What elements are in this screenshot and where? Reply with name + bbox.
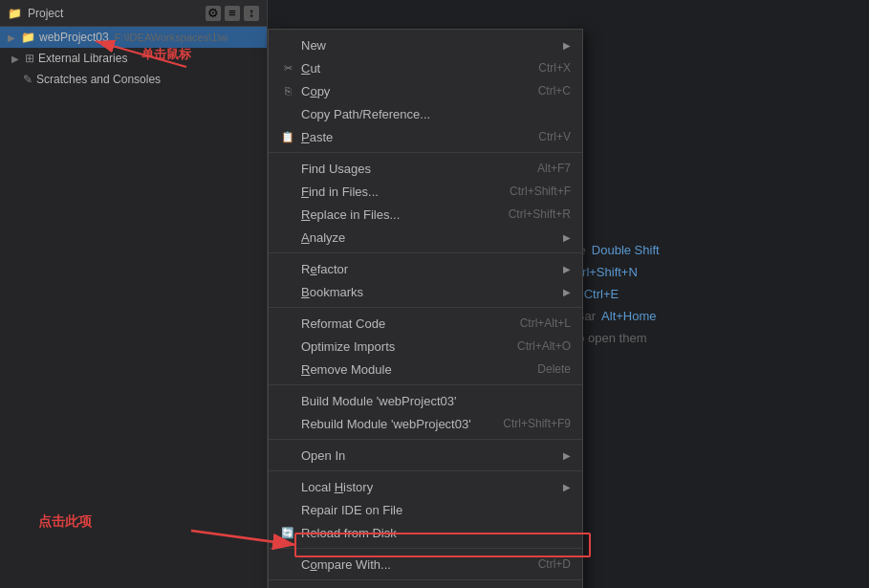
- project-item-path: F:\IDEAWorkspaces\1\w: [115, 32, 228, 43]
- panel-actions: ⚙ ≡ ↕: [206, 6, 259, 21]
- menu-item-rebuild-module[interactable]: Rebuild Module 'webProject03'Ctrl+Shift+…: [269, 412, 582, 435]
- menu-label-compare-with: Compare With...: [301, 557, 391, 572]
- menu-arrow-local-history: ▶: [563, 482, 571, 492]
- menu-icon-cut: ✂: [280, 60, 295, 76]
- menu-item-find-in-files[interactable]: Find in Files...Ctrl+Shift+F: [269, 180, 582, 203]
- menu-label-open-in: Open In: [301, 448, 345, 463]
- menu-item-remove-module[interactable]: Remove ModuleDelete: [269, 358, 582, 381]
- context-menu: New▶✂CutCtrl+X⎘CopyCtrl+CCopy Path/Refer…: [268, 29, 583, 588]
- menu-icon-copy-path: [280, 106, 295, 121]
- menu-separator-after-paste: [269, 152, 582, 153]
- menu-shortcut-find-in-files: Ctrl+Shift+F: [510, 185, 571, 198]
- menu-icon-reload-from-disk: 🔄: [280, 525, 295, 540]
- menu-shortcut-replace-in-files: Ctrl+Shift+R: [509, 207, 571, 221]
- menu-label-reformat-code: Reformat Code: [301, 316, 385, 331]
- menu-separator-after-rebuild-module: [269, 439, 582, 440]
- menu-item-copy[interactable]: ⎘CopyCtrl+C: [269, 79, 582, 102]
- menu-icon-reformat-code: [280, 316, 295, 331]
- menu-icon-open-in: [280, 447, 295, 463]
- menu-arrow-new: ▶: [563, 40, 571, 51]
- menu-label-copy: Copy: [301, 84, 330, 98]
- project-tree-item-webproject[interactable]: ▶ 📁 webProject03 F:\IDEAWorkspaces\1\w: [0, 27, 267, 48]
- menu-separator-after-remove-module: [269, 384, 582, 385]
- menu-separator-after-analyze: [269, 252, 582, 253]
- menu-item-local-history[interactable]: Local History▶: [269, 475, 582, 498]
- menu-item-reformat-code[interactable]: Reformat CodeCtrl+Alt+L: [269, 312, 582, 335]
- shortcut-key-4: Alt+Home: [601, 309, 656, 323]
- panel-title: Project: [28, 7, 200, 20]
- menu-icon-compare-with: [280, 556, 295, 572]
- menu-item-paste[interactable]: 📋PasteCtrl+V: [269, 125, 582, 148]
- folder-icon: 📁: [21, 31, 35, 44]
- menu-arrow-open-in: ▶: [563, 450, 571, 461]
- menu-separator-after-compare-with: [269, 579, 582, 580]
- menu-separator-after-reload-from-disk: [269, 548, 582, 549]
- menu-item-analyze[interactable]: Analyze▶: [269, 226, 582, 249]
- menu-icon-optimize-imports: [280, 338, 295, 354]
- panel-collapse-btn[interactable]: ≡: [225, 6, 240, 21]
- project-panel: 📁 Project ⚙ ≡ ↕ ▶ 📁 webProject03 F:\IDEA…: [0, 0, 268, 588]
- menu-arrow-refactor: ▶: [563, 264, 571, 274]
- menu-separator-after-open-in: [269, 470, 582, 471]
- shortcut-key-3: Ctrl+E: [584, 287, 619, 301]
- external-libraries-icon: ⊞: [25, 52, 34, 65]
- menu-icon-refactor: [280, 261, 295, 276]
- menu-icon-rebuild-module: [280, 416, 295, 431]
- menu-icon-new: [280, 37, 295, 53]
- menu-item-copy-path[interactable]: Copy Path/Reference...: [269, 102, 582, 125]
- menu-item-find-usages[interactable]: Find UsagesAlt+F7: [269, 157, 582, 180]
- menu-label-bookmarks: Bookmarks: [301, 285, 363, 299]
- menu-item-replace-in-files[interactable]: Replace in Files...Ctrl+Shift+R: [269, 203, 582, 226]
- menu-item-open-in[interactable]: Open In▶: [269, 444, 582, 467]
- scratches-icon: ✎: [23, 73, 33, 86]
- menu-item-cut[interactable]: ✂CutCtrl+X: [269, 56, 582, 79]
- menu-icon-find-in-files: [280, 184, 295, 199]
- menu-item-bookmarks[interactable]: Bookmarks▶: [269, 280, 582, 303]
- menu-item-reload-from-disk[interactable]: 🔄Reload from Disk: [269, 521, 582, 544]
- menu-label-build-module: Build Module 'webProject03': [301, 394, 457, 408]
- menu-item-compare-with[interactable]: Compare With...Ctrl+D: [269, 553, 582, 576]
- menu-icon-remove-module: [280, 361, 295, 377]
- menu-icon-replace-in-files: [280, 207, 295, 222]
- panel-expand-btn[interactable]: ↕: [244, 6, 259, 21]
- scratches-label: Scratches and Consoles: [36, 73, 161, 86]
- panel-settings-btn[interactable]: ⚙: [206, 6, 221, 21]
- menu-label-rebuild-module: Rebuild Module 'webProject03': [301, 417, 471, 431]
- menu-item-new[interactable]: New▶: [269, 33, 582, 56]
- menu-icon-repair-ide: [280, 502, 295, 517]
- menu-shortcut-copy: Ctrl+C: [538, 84, 571, 98]
- menu-label-reload-from-disk: Reload from Disk: [301, 526, 397, 540]
- shortcut-key-1: Double Shift: [592, 243, 660, 257]
- menu-item-repair-ide[interactable]: Repair IDE on File: [269, 498, 582, 521]
- menu-shortcut-reformat-code: Ctrl+Alt+L: [520, 316, 571, 330]
- menu-icon-paste: 📋: [280, 129, 295, 144]
- menu-item-optimize-imports[interactable]: Optimize ImportsCtrl+Alt+O: [269, 335, 582, 358]
- menu-shortcut-paste: Ctrl+V: [538, 130, 571, 143]
- menu-label-repair-ide: Repair IDE on File: [301, 503, 402, 517]
- menu-shortcut-compare-with: Ctrl+D: [538, 557, 571, 571]
- menu-icon-bookmarks: [280, 284, 295, 299]
- chevron-icon: ▶: [8, 33, 17, 43]
- project-tree-item-scratches[interactable]: ✎ Scratches and Consoles: [0, 69, 267, 90]
- menu-item-open-module-settings[interactable]: Open Module SettingsF4: [269, 584, 582, 588]
- menu-label-find-usages: Find Usages: [301, 162, 371, 176]
- menu-shortcut-optimize-imports: Ctrl+Alt+O: [517, 339, 571, 353]
- menu-icon-copy: ⎘: [280, 83, 295, 98]
- menu-shortcut-find-usages: Alt+F7: [537, 162, 571, 175]
- menu-icon-local-history: [280, 479, 295, 494]
- menu-label-copy-path: Copy Path/Reference...: [301, 107, 430, 121]
- menu-shortcut-remove-module: Delete: [537, 362, 571, 376]
- menu-icon-find-usages: [280, 161, 295, 176]
- menu-label-remove-module: Remove Module: [301, 362, 392, 377]
- menu-shortcut-rebuild-module: Ctrl+Shift+F9: [503, 417, 571, 430]
- menu-arrow-analyze: ▶: [563, 232, 571, 243]
- menu-item-build-module[interactable]: Build Module 'webProject03': [269, 389, 582, 412]
- menu-label-replace-in-files: Replace in Files...: [301, 207, 400, 222]
- menu-label-local-history: Local History: [301, 480, 373, 494]
- project-folder-icon: 📁: [8, 7, 22, 20]
- menu-item-refactor[interactable]: Refactor▶: [269, 257, 582, 280]
- menu-label-find-in-files: Find in Files...: [301, 185, 379, 199]
- chevron-icon-external: ▶: [11, 54, 21, 64]
- menu-label-cut: Cut: [301, 61, 320, 76]
- project-tree-item-external[interactable]: ▶ ⊞ External Libraries: [0, 48, 267, 69]
